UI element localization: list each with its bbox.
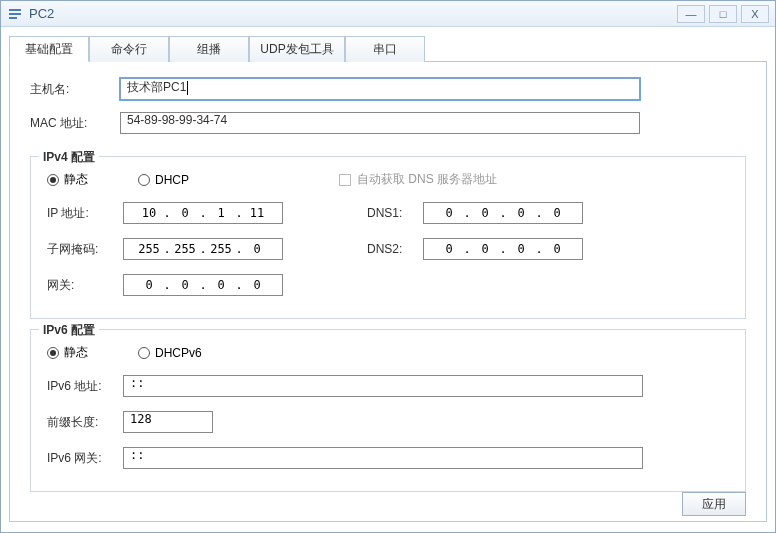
dns2-label: DNS2: bbox=[367, 242, 423, 256]
radio-icon bbox=[138, 347, 150, 359]
apply-button[interactable]: 应用 bbox=[682, 492, 746, 516]
gateway-input[interactable]: 0.0.0.0 bbox=[123, 274, 283, 296]
tab-serial[interactable]: 串口 bbox=[345, 36, 425, 62]
tab-multicast[interactable]: 组播 bbox=[169, 36, 249, 62]
tab-bar: 基础配置 命令行 组播 UDP发包工具 串口 bbox=[9, 35, 767, 62]
ipv6-radio-static[interactable]: 静态 bbox=[47, 344, 88, 361]
mac-label: MAC 地址: bbox=[30, 115, 120, 132]
ipv6-fieldset: IPv6 配置 静态 DHCPv6 IPv6 地址: :: 前 bbox=[30, 329, 746, 492]
text-caret bbox=[187, 81, 188, 95]
hostname-input[interactable]: 技术部PC1 bbox=[120, 78, 640, 100]
close-button[interactable]: X bbox=[741, 5, 769, 23]
gateway-label: 网关: bbox=[47, 277, 123, 294]
window-title: PC2 bbox=[29, 6, 54, 21]
radio-icon bbox=[138, 174, 150, 186]
checkbox-label: 自动获取 DNS 服务器地址 bbox=[357, 171, 497, 188]
mac-input[interactable]: 54-89-98-99-34-74 bbox=[120, 112, 640, 134]
hostname-label: 主机名: bbox=[30, 81, 120, 98]
subnet-mask-input[interactable]: 255.255.255.0 bbox=[123, 238, 283, 260]
app-icon bbox=[7, 6, 23, 22]
ip-address-label: IP 地址: bbox=[47, 205, 123, 222]
ipv6-gateway-label: IPv6 网关: bbox=[47, 450, 123, 467]
ip-address-input[interactable]: 10.0.1.11 bbox=[123, 202, 283, 224]
dns1-input[interactable]: 0.0.0.0 bbox=[423, 202, 583, 224]
ipv6-legend: IPv6 配置 bbox=[39, 322, 99, 339]
radio-icon bbox=[47, 174, 59, 186]
minimize-button[interactable]: — bbox=[677, 5, 705, 23]
radio-icon bbox=[47, 347, 59, 359]
ipv4-radio-dhcp[interactable]: DHCP bbox=[138, 173, 189, 187]
titlebar: PC2 — □ X bbox=[1, 1, 775, 27]
subnet-mask-label: 子网掩码: bbox=[47, 241, 123, 258]
tab-cli[interactable]: 命令行 bbox=[89, 36, 169, 62]
ipv6-radio-dhcpv6[interactable]: DHCPv6 bbox=[138, 346, 202, 360]
tab-basic-config[interactable]: 基础配置 bbox=[9, 36, 89, 62]
ipv6-gateway-input[interactable]: :: bbox=[123, 447, 643, 469]
dns1-label: DNS1: bbox=[367, 206, 423, 220]
ipv6-prefix-input[interactable]: 128 bbox=[123, 411, 213, 433]
maximize-button[interactable]: □ bbox=[709, 5, 737, 23]
checkbox-icon bbox=[339, 174, 351, 186]
panel-basic-config: 主机名: 技术部PC1 MAC 地址: 54-89-98-99-34-74 IP… bbox=[9, 62, 767, 522]
radio-label: DHCPv6 bbox=[155, 346, 202, 360]
ipv6-address-input[interactable]: :: bbox=[123, 375, 643, 397]
ipv4-legend: IPv4 配置 bbox=[39, 149, 99, 166]
ipv4-fieldset: IPv4 配置 静态 DHCP 自动获取 DNS 服务器地址 bbox=[30, 156, 746, 319]
window: PC2 — □ X 基础配置 命令行 组播 UDP发包工具 串口 主机名: 技术… bbox=[0, 0, 776, 533]
dns2-input[interactable]: 0.0.0.0 bbox=[423, 238, 583, 260]
ipv4-auto-dns-checkbox[interactable]: 自动获取 DNS 服务器地址 bbox=[339, 171, 497, 188]
radio-label: 静态 bbox=[64, 344, 88, 361]
radio-label: DHCP bbox=[155, 173, 189, 187]
ipv6-prefix-label: 前缀长度: bbox=[47, 414, 123, 431]
ipv4-radio-static[interactable]: 静态 bbox=[47, 171, 88, 188]
content-area: 基础配置 命令行 组播 UDP发包工具 串口 主机名: 技术部PC1 MAC 地… bbox=[1, 27, 775, 532]
radio-label: 静态 bbox=[64, 171, 88, 188]
tab-udp-tool[interactable]: UDP发包工具 bbox=[249, 36, 345, 62]
ipv6-address-label: IPv6 地址: bbox=[47, 378, 123, 395]
